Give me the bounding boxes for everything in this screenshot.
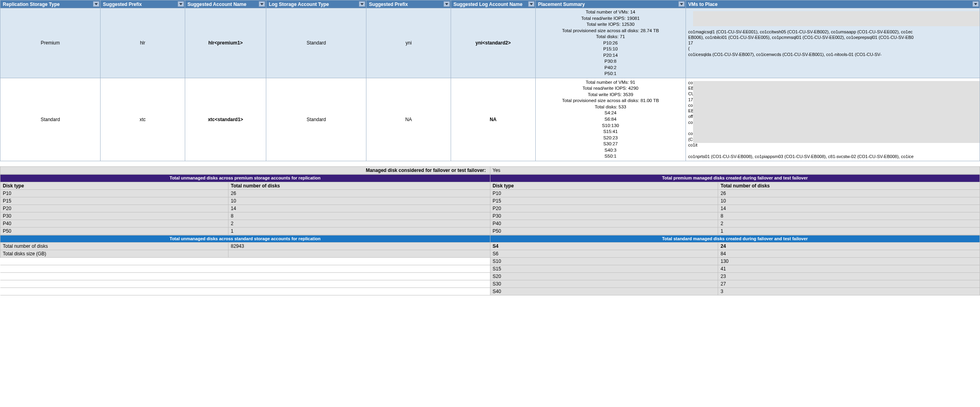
standard-unmanaged-header: Total unmanaged disks across standard st… [0,235,490,242]
table-row[interactable]: P501P501 [0,227,980,235]
disk-count-header: Total number of disks [718,182,980,189]
filter-icon[interactable] [444,1,450,7]
placement-summary: Total number of VMs: 91Total read/write … [535,78,686,161]
header-log-suggested-prefix[interactable]: Suggested Prefix [366,0,451,8]
table-row[interactable]: P1510P1510 [0,197,980,204]
header-suggested-log-account-name[interactable]: Suggested Log Account Name [451,0,536,8]
placement-summary: Total number of VMs: 14Total read/write … [535,8,686,78]
table-row[interactable]: P402P402 [0,220,980,227]
header-replication-storage-type[interactable]: Replication Storage Type [0,0,101,8]
table-row[interactable]: P2014P2014 [0,204,980,212]
table-row[interactable]: S403 [0,287,980,295]
table-row[interactable]: Standardxtcxtc<standard1>StandardNANATot… [0,78,980,161]
managed-disk-section: Managed disk considered for failover or … [0,161,980,175]
standard-managed-header: Total standard managed disks created dur… [490,235,980,242]
filter-icon[interactable] [678,1,685,7]
table-row[interactable]: S10130 [0,257,980,265]
managed-disk-label: Managed disk considered for failover or … [0,167,490,174]
filter-icon[interactable] [259,1,265,7]
filter-icon[interactable] [972,1,979,7]
table-row[interactable]: P1026P1026 [0,189,980,197]
filter-icon[interactable] [528,1,535,7]
storage-placement-table: Replication Storage Type Suggested Prefi… [0,0,980,161]
managed-disk-value: Yes [490,167,980,174]
filter-icon[interactable] [359,1,365,7]
table-row[interactable]: S2023 [0,272,980,280]
vms-to-place: co1ccitwsh07 (CO1-CU-SV-EB004), co1appnp… [686,78,980,161]
header-vms-to-place[interactable]: VMs to Place [686,0,980,8]
table-row[interactable]: Total disks size (GB)S684 [0,250,980,257]
filter-icon[interactable] [93,1,99,7]
premium-unmanaged-header: Total unmanaged disks across premium sto… [0,175,490,182]
premium-disks-table: Total unmanaged disks across premium sto… [0,174,980,235]
disk-type-header: Disk type [490,182,718,189]
table-row[interactable]: Total number of disks82943S424 [0,242,980,250]
header-suggested-account-name[interactable]: Suggested Account Name [185,0,266,8]
table-row[interactable]: S1541 [0,265,980,272]
header-log-storage-account-type[interactable]: Log Storage Account Type [266,0,366,8]
premium-managed-header: Total premium managed disks created duri… [490,175,980,182]
header-placement-summary[interactable]: Placement Summary [535,0,686,8]
header-suggested-prefix[interactable]: Suggested Prefix [101,0,185,8]
disk-count-header: Total number of disks [228,182,490,189]
table-row[interactable]: Premiumhlrhlr<premium1>Standardyniyni<st… [0,8,980,78]
standard-disks-table: Total unmanaged disks across standard st… [0,235,980,295]
vms-to-place: co1magicsql1 (CO1-CU-SV-EE001), co1ccitw… [686,8,980,78]
table-row[interactable]: S3027 [0,280,980,287]
disk-type-header: Disk type [0,182,229,189]
table-row[interactable]: P308P308 [0,212,980,220]
filter-icon[interactable] [178,1,184,7]
